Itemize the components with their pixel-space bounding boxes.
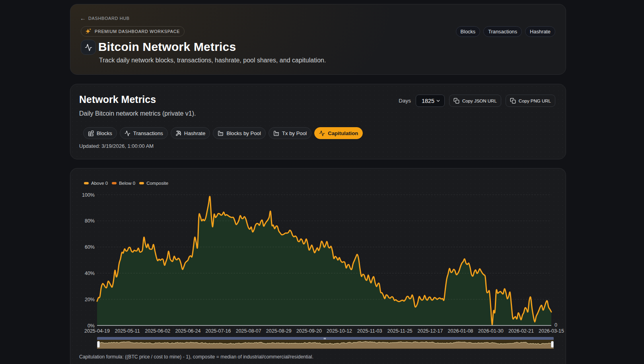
svg-text:20%: 20%	[85, 297, 95, 302]
svg-text:2026-01-30: 2026-01-30	[478, 328, 504, 334]
svg-text:2025-05-11: 2025-05-11	[115, 328, 140, 334]
svg-text:2025-11-25: 2025-11-25	[387, 328, 412, 334]
svg-text:2026-01-08: 2026-01-08	[448, 328, 473, 334]
svg-text:80%: 80%	[85, 218, 95, 224]
svg-text:2025-11-03: 2025-11-03	[357, 328, 382, 334]
svg-text:60%: 60%	[85, 244, 95, 250]
svg-text:2025-04-19: 2025-04-19	[84, 328, 110, 334]
svg-text:40%: 40%	[85, 271, 95, 276]
svg-text:2025-06-24: 2025-06-24	[175, 328, 200, 334]
svg-text:0: 0	[555, 322, 557, 328]
svg-text:2025-10-12: 2025-10-12	[327, 328, 352, 334]
svg-text:0%: 0%	[88, 323, 95, 329]
svg-text:2026-02-21: 2026-02-21	[508, 328, 534, 334]
svg-text:2025-07-16: 2025-07-16	[206, 328, 231, 334]
svg-text:2025-08-07: 2025-08-07	[236, 328, 261, 334]
svg-text:2025-09-20: 2025-09-20	[296, 328, 322, 334]
svg-text:2025-08-29: 2025-08-29	[266, 328, 292, 334]
svg-text:2025-06-02: 2025-06-02	[145, 328, 170, 334]
svg-text:2025-12-17: 2025-12-17	[418, 328, 443, 334]
svg-text:2026-03-15: 2026-03-15	[539, 328, 564, 334]
svg-text:100%: 100%	[82, 192, 95, 198]
